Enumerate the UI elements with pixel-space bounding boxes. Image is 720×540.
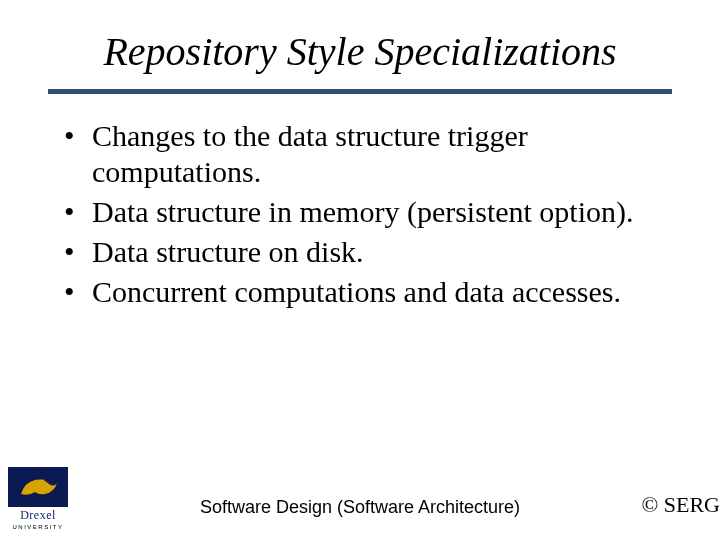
- slide-title: Repository Style Specializations: [48, 28, 672, 75]
- slide: Repository Style Specializations Changes…: [0, 0, 720, 540]
- slide-footer: Drexel UNIVERSITY Software Design (Softw…: [0, 474, 720, 530]
- list-item: Data structure on disk.: [64, 234, 672, 270]
- bullet-list: Changes to the data structure trigger co…: [48, 118, 672, 310]
- list-item: Data structure in memory (persistent opt…: [64, 194, 672, 230]
- footer-center-text: Software Design (Software Architecture): [0, 497, 720, 518]
- list-item: Changes to the data structure trigger co…: [64, 118, 672, 190]
- footer-copyright: © SERG: [642, 492, 720, 518]
- list-item: Concurrent computations and data accesse…: [64, 274, 672, 310]
- logo-subtext: UNIVERSITY: [6, 524, 70, 530]
- title-underline: [48, 89, 672, 94]
